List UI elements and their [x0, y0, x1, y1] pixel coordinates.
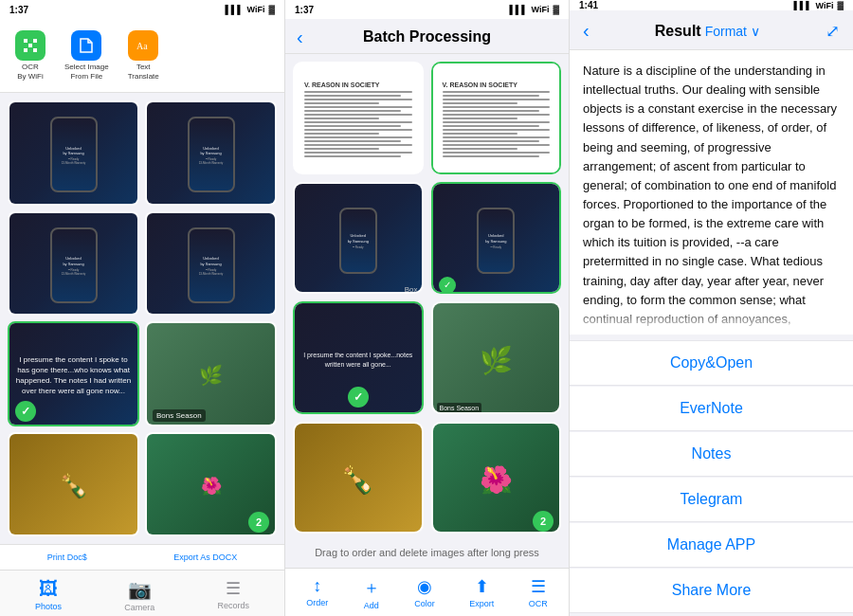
thumb-image-7: 🍾: [9, 434, 137, 536]
batch-thumb-4[interactable]: Unlockedby Samsung •• Ready ✓: [431, 182, 562, 295]
battery-1: ▓: [268, 5, 275, 14]
tab-camera[interactable]: 📷 Camera: [124, 578, 154, 612]
telegram-item[interactable]: Telegram: [570, 478, 853, 522]
export-button[interactable]: ⬆ Export: [469, 576, 494, 610]
color-label: Color: [414, 599, 435, 608]
batch-thumb-3[interactable]: Unlockedby Samsung •• Ready Box: [293, 182, 424, 295]
thumb-image-6: 🌿 Bons Season: [147, 323, 275, 426]
thumb-image-8: 🌺 2: [147, 434, 275, 536]
tab-records[interactable]: ☰ Records: [217, 578, 249, 612]
batch-grid: V. REASON IN SOCIETY: [285, 54, 569, 541]
batch-thumb-image-7: 🍾: [295, 424, 422, 534]
tab-camera-label: Camera: [124, 603, 154, 612]
text-translate-button[interactable]: Aa TextTranslate: [122, 27, 165, 84]
add-label: Add: [364, 601, 379, 610]
batch-thumb-image-1: V. REASON IN SOCIETY: [295, 63, 422, 174]
batch-thumb-1[interactable]: V. REASON IN SOCIETY: [293, 62, 424, 174]
ocr-label: OCRBy WiFi: [17, 63, 44, 81]
panel-batch-processing: 1:37 ▌▌▌ WiFi ▓ ‹ Batch Processing V. RE…: [284, 0, 569, 616]
print-doc-link[interactable]: Print Doc$: [44, 551, 91, 564]
status-bar-2: 1:37 ▌▌▌ WiFi ▓: [285, 0, 569, 19]
thumbnail-6[interactable]: 🌿 Bons Season: [145, 321, 277, 426]
battery-2: ▓: [553, 5, 559, 14]
batch-thumb-7[interactable]: 🍾: [293, 422, 424, 534]
batch-thumb-image-6: 🌿 Bons Season: [433, 303, 560, 414]
export-label: Export: [469, 599, 494, 608]
ocr-label-2: OCR: [529, 599, 548, 608]
svg-rect-0: [24, 39, 27, 43]
share-menu: Copy&Open EverNote Notes Telegram Manage…: [570, 335, 853, 613]
ocr-button[interactable]: ☰ OCR: [529, 576, 548, 610]
notes-item[interactable]: Notes: [570, 432, 853, 477]
batch-title: Batch Processing: [363, 28, 491, 45]
thumbnail-7[interactable]: 🍾: [8, 432, 139, 536]
color-icon: ◉: [417, 576, 432, 597]
add-icon: ＋: [363, 576, 380, 599]
batch-thumb-8[interactable]: 🌺 2: [431, 422, 562, 534]
thumbnail-3[interactable]: Unlockedby Samsung •• Ready13-Month Warr…: [8, 211, 139, 316]
export-icon: ⬆: [475, 576, 489, 597]
expand-icon[interactable]: ⤢: [826, 21, 840, 42]
thumbnail-1[interactable]: Unlockedby Samsung •• Ready13-Month Warr…: [8, 100, 139, 205]
order-label: Order: [306, 598, 328, 607]
file-icon: [71, 30, 101, 61]
signal-1: ▌▌▌: [225, 5, 243, 14]
thumb-image-1: Unlockedby Samsung •• Ready13-Month Warr…: [9, 102, 137, 205]
batch-header: ‹ Batch Processing: [285, 19, 569, 54]
batch-thumb-6[interactable]: 🌿 Bons Season: [431, 301, 562, 414]
result-header: ‹ Result Format ∨ ⤢: [570, 10, 853, 50]
add-button[interactable]: ＋ Add: [363, 576, 380, 610]
check-5: ✓: [348, 387, 369, 408]
order-icon: ↕: [313, 576, 321, 596]
tab-photos[interactable]: 🖼 Photos: [35, 578, 62, 612]
battery-3: ▓: [837, 1, 844, 10]
order-button[interactable]: ↕ Order: [306, 576, 328, 610]
manage-app-item[interactable]: Manage APP: [570, 523, 853, 568]
result-title: Result: [655, 23, 701, 40]
color-button[interactable]: ◉ Color: [414, 576, 435, 610]
thumbnail-4[interactable]: Unlockedby Samsung •• Ready13-Month Warr…: [145, 211, 277, 316]
format-dropdown[interactable]: Format ∨: [705, 24, 760, 39]
records-icon: ☰: [226, 578, 241, 599]
header-icons: ⤢: [826, 21, 840, 42]
batch-toolbar: ↕ Order ＋ Add ◉ Color ⬆ Export ☰ OCR: [285, 568, 569, 616]
svg-text:Aa: Aa: [136, 41, 148, 51]
evernote-item[interactable]: EverNote: [570, 387, 853, 431]
back-button-2[interactable]: ‹: [297, 27, 303, 48]
count-badge-batch: 2: [533, 511, 554, 532]
thumbnail-5[interactable]: I presume the content I spoke to has gon…: [8, 321, 139, 426]
share-more-item[interactable]: Share More: [570, 569, 853, 613]
time-2: 1:37: [295, 5, 314, 15]
translate-icon: Aa: [128, 30, 158, 61]
status-right-1: ▌▌▌ WiFi ▓: [225, 5, 275, 14]
tab-records-label: Records: [217, 601, 249, 610]
thumb-image-4: Unlockedby Samsung •• Ready13-Month Warr…: [147, 213, 275, 316]
signal-3: ▌▌▌: [793, 1, 811, 10]
thumb-image-2: Unlockedby Samsung •• Ready13-Month Warr…: [147, 102, 275, 205]
result-text-content: Nature is a discipline of the understand…: [583, 63, 837, 326]
status-bar-3: 1:41 ▌▌▌ WiFi ▓: [570, 0, 853, 10]
thumbnail-8[interactable]: 🌺 2: [145, 432, 277, 536]
time-3: 1:41: [579, 0, 598, 10]
svg-rect-2: [24, 48, 27, 52]
thumbnail-2[interactable]: Unlockedby Samsung •• Ready13-Month Warr…: [145, 100, 277, 205]
selected-check-5: ✓: [15, 401, 36, 422]
export-docx-link[interactable]: Export As DOCX: [170, 551, 241, 564]
copy-open-item[interactable]: Copy&Open: [570, 340, 853, 386]
tab-photos-label: Photos: [35, 602, 62, 611]
batch-thumb-2[interactable]: V. REASON IN SOCIETY: [431, 62, 562, 174]
select-image-button[interactable]: Select ImageFrom File: [59, 27, 115, 84]
batch-thumb-image-3: Unlockedby Samsung •• Ready Box: [295, 184, 422, 295]
status-right-2: ▌▌▌ WiFi ▓: [509, 5, 559, 14]
back-button-3[interactable]: ‹: [583, 20, 590, 42]
photos-icon: 🖼: [39, 578, 58, 600]
tool-bar: OCRBy WiFi Select ImageFrom File Aa Text…: [0, 19, 284, 93]
panel-photos: 1:37 ▌▌▌ WiFi ▓ OCRBy WiFi: [0, 0, 284, 616]
wifi-3: WiFi: [816, 1, 834, 10]
bottom-tabs: 🖼 Photos 📷 Camera ☰ Records: [0, 570, 284, 616]
ocr-wifi-button[interactable]: OCRBy WiFi: [9, 27, 51, 84]
batch-thumb-5[interactable]: I presume the content I spoke...notes wr…: [293, 301, 424, 414]
status-bar-1: 1:37 ▌▌▌ WiFi ▓: [0, 0, 284, 19]
ocr-tool-icon: ☰: [531, 576, 546, 597]
svg-rect-1: [33, 39, 37, 43]
